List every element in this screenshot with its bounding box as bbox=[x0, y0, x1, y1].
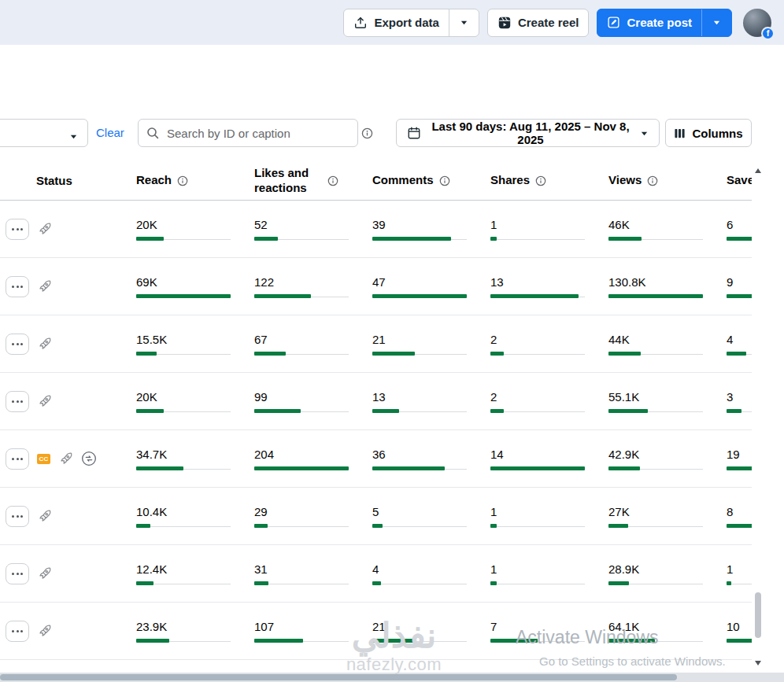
more-options-button[interactable] bbox=[6, 506, 29, 527]
metric-cell-shares: 1 bbox=[480, 218, 598, 241]
metric-value: 44K bbox=[608, 333, 716, 346]
metric-cell-reach: 15.5K bbox=[126, 333, 244, 356]
column-header-likes-and-reactions[interactable]: Likes and reactions bbox=[244, 166, 362, 196]
column-header-shares[interactable]: Shares bbox=[480, 173, 598, 188]
metric-cell-comments: 36 bbox=[362, 448, 480, 470]
metric-cell-shares: 14 bbox=[480, 448, 598, 470]
create-post-dropdown-button[interactable] bbox=[701, 9, 731, 36]
chevron-down-icon bbox=[69, 130, 78, 144]
boost-rocket-icon[interactable] bbox=[37, 566, 52, 581]
metric-cell-likes-and-reactions: 67 bbox=[244, 333, 362, 356]
boost-rocket-icon[interactable] bbox=[37, 279, 52, 294]
metric-value: 67 bbox=[254, 333, 362, 346]
metric-cell-likes-and-reactions: 31 bbox=[244, 562, 362, 585]
vertical-scrollbar bbox=[752, 161, 766, 671]
metric-value: 13 bbox=[372, 390, 480, 404]
more-options-button[interactable] bbox=[6, 448, 29, 470]
metric-bar bbox=[372, 466, 467, 470]
metric-cell-comments: 13 bbox=[362, 390, 480, 413]
search-info-icon[interactable] bbox=[361, 127, 373, 139]
metric-cell-views: 27K bbox=[598, 505, 716, 528]
metric-bar bbox=[490, 639, 585, 643]
metric-bar bbox=[490, 466, 585, 470]
more-options-button[interactable] bbox=[6, 334, 29, 355]
info-icon[interactable] bbox=[439, 175, 450, 186]
search-icon bbox=[146, 127, 159, 139]
info-icon[interactable] bbox=[177, 175, 188, 186]
metric-bar bbox=[136, 466, 231, 470]
metric-bar bbox=[372, 581, 467, 585]
boost-rocket-icon[interactable] bbox=[58, 452, 73, 466]
more-options-button[interactable] bbox=[6, 621, 29, 642]
column-header-label: Views bbox=[608, 173, 642, 188]
refresh-icon[interactable] bbox=[81, 451, 97, 466]
metric-bar bbox=[136, 581, 231, 585]
more-options-button[interactable] bbox=[6, 219, 29, 240]
boost-rocket-icon[interactable] bbox=[37, 624, 52, 639]
column-header-comments[interactable]: Comments bbox=[362, 173, 480, 188]
metric-bar bbox=[254, 581, 349, 585]
scroll-up-arrow-icon[interactable] bbox=[754, 163, 762, 177]
metric-cell-likes-and-reactions: 52 bbox=[244, 218, 362, 241]
metric-value: 4 bbox=[727, 333, 752, 346]
metric-bar bbox=[136, 409, 231, 413]
metric-cell-comments: 39 bbox=[362, 218, 480, 241]
metric-value: 1 bbox=[490, 218, 598, 231]
metric-value: 21 bbox=[372, 620, 480, 633]
column-header-saves[interactable]: Saves bbox=[716, 173, 752, 188]
metric-cell-comments: 4 bbox=[362, 562, 480, 585]
metric-bar bbox=[372, 639, 467, 643]
posts-filter-select[interactable] bbox=[0, 119, 88, 147]
column-header-reach[interactable]: Reach bbox=[126, 173, 244, 188]
metric-bar bbox=[490, 352, 585, 356]
metric-cell-reach: 10.4K bbox=[126, 505, 244, 528]
metric-bar bbox=[254, 466, 349, 470]
metric-bar bbox=[372, 524, 467, 528]
search-input[interactable] bbox=[165, 126, 349, 141]
metric-bar bbox=[608, 352, 703, 356]
boost-rocket-icon[interactable] bbox=[37, 394, 52, 409]
column-header-views[interactable]: Views bbox=[598, 173, 716, 188]
metric-cell-comments: 47 bbox=[362, 275, 480, 298]
date-range-button[interactable]: Last 90 days: Aug 11, 2025 – Nov 8, 2025 bbox=[396, 119, 660, 147]
metric-value: 130.8K bbox=[608, 275, 716, 289]
metric-bar bbox=[136, 237, 231, 241]
more-options-button[interactable] bbox=[6, 563, 29, 584]
create-reel-button[interactable]: Create reel bbox=[487, 9, 590, 37]
boost-rocket-icon[interactable] bbox=[37, 509, 52, 524]
info-icon[interactable] bbox=[535, 175, 546, 186]
info-icon[interactable] bbox=[647, 175, 658, 186]
metric-bar bbox=[372, 409, 467, 413]
metric-bar bbox=[608, 639, 703, 643]
more-options-button[interactable] bbox=[6, 276, 29, 297]
metric-value: 1 bbox=[727, 562, 752, 576]
table-row: 10.4K295127K8 bbox=[0, 488, 752, 545]
metric-value: 10 bbox=[727, 620, 752, 633]
export-data-dropdown-button[interactable] bbox=[449, 9, 479, 36]
vertical-scrollbar-thumb[interactable] bbox=[755, 592, 761, 638]
metric-bar bbox=[727, 466, 752, 470]
horizontal-scrollbar-thumb[interactable] bbox=[0, 674, 677, 680]
metric-value: 69K bbox=[136, 275, 244, 289]
clear-filters-link[interactable]: Clear bbox=[96, 119, 124, 147]
metric-value: 2 bbox=[490, 390, 598, 404]
boost-rocket-icon[interactable] bbox=[37, 337, 52, 352]
metric-value: 1 bbox=[490, 505, 598, 518]
table-row: 15.5K6721244K4 bbox=[0, 315, 752, 373]
create-post-button[interactable]: Create post bbox=[597, 9, 701, 36]
metric-value: 55.1K bbox=[608, 390, 716, 404]
metric-cell-comments: 21 bbox=[362, 333, 480, 356]
more-options-button[interactable] bbox=[6, 391, 29, 412]
export-data-button[interactable]: Export data bbox=[344, 9, 449, 36]
column-header-status: Status bbox=[0, 174, 126, 187]
columns-button[interactable]: Columns bbox=[665, 119, 752, 147]
metric-value: 10.4K bbox=[136, 505, 244, 518]
columns-icon bbox=[674, 127, 686, 139]
metric-value: 21 bbox=[372, 333, 480, 346]
boost-rocket-icon[interactable] bbox=[37, 222, 52, 237]
info-icon[interactable] bbox=[327, 175, 338, 186]
column-header-label: Likes and reactions bbox=[254, 166, 322, 196]
scroll-down-arrow-icon[interactable] bbox=[754, 655, 762, 669]
avatar[interactable]: f bbox=[743, 9, 771, 37]
metric-cell-likes-and-reactions: 204 bbox=[244, 448, 362, 470]
